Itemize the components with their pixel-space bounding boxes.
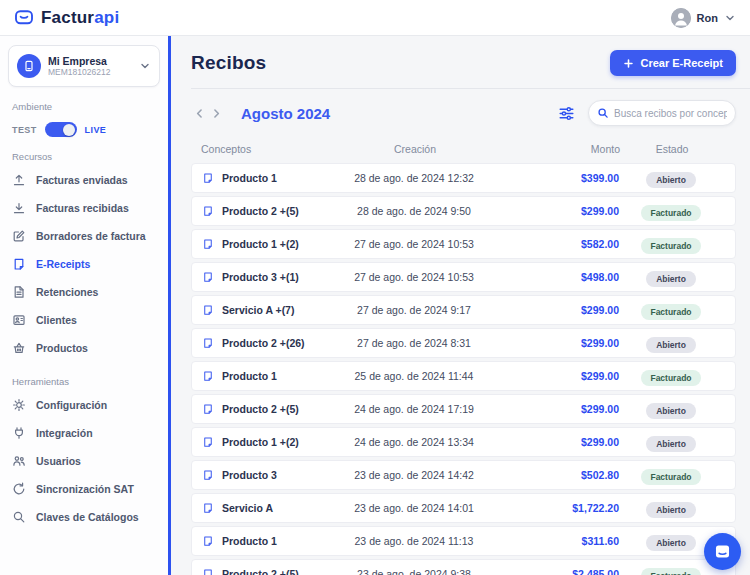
sidebar-item-configuracion[interactable]: Configuración (8, 391, 160, 419)
basket-icon (12, 341, 26, 355)
table-row[interactable]: Producto 3 +(1) 27 de ago. de 2024 10:53… (191, 262, 736, 292)
status-badge: Facturado (641, 568, 700, 575)
user-menu[interactable]: Ron (671, 8, 736, 28)
plus-icon (623, 58, 634, 69)
receipt-icon (202, 436, 214, 448)
header-estado: Estado (620, 143, 724, 155)
table-row[interactable]: Servicio A +(7) 27 de ago. de 2024 9:17 … (191, 295, 736, 325)
status-badge: Facturado (641, 370, 700, 386)
top-bar: Facturapi Ron (0, 0, 750, 36)
search-box (588, 100, 736, 126)
plug-icon (12, 426, 26, 440)
receipt-icon (202, 205, 214, 217)
sync-icon (12, 482, 26, 496)
company-meta: Mi Empresa MEM181026212 (48, 55, 132, 78)
month-label[interactable]: Agosto 2024 (241, 105, 330, 122)
sidebar-item-retenciones[interactable]: Retenciones (8, 278, 160, 306)
table-row[interactable]: Producto 2 +(5) 23 de ago. de 2024 9:38 … (191, 559, 736, 575)
receipts-list: Producto 1 28 de ago. de 2024 12:32 $399… (191, 163, 736, 575)
table-row[interactable]: Producto 1 28 de ago. de 2024 12:32 $399… (191, 163, 736, 193)
row-created: 23 de ago. de 2024 14:01 (309, 502, 519, 514)
user-name: Ron (697, 12, 718, 24)
prev-month-button[interactable] (191, 105, 208, 122)
company-name: Mi Empresa (48, 55, 132, 67)
user-avatar-icon (671, 8, 691, 28)
sidebar-item-usuarios[interactable]: Usuarios (8, 447, 160, 475)
status-badge: Abierto (646, 172, 696, 188)
table-row[interactable]: Producto 3 23 de ago. de 2024 14:42 $502… (191, 460, 736, 490)
row-created: 23 de ago. de 2024 11:13 (309, 535, 519, 547)
next-month-button[interactable] (208, 105, 225, 122)
search-icon (597, 107, 609, 119)
row-amount: $1,722.20 (519, 502, 619, 514)
row-concept: Producto 3 +(1) (222, 271, 299, 283)
environment-toggle[interactable] (45, 122, 77, 137)
header-monto: Monto (520, 143, 620, 155)
brand-name: Facturapi (41, 8, 119, 28)
receipt-icon (202, 271, 214, 283)
row-concept: Producto 2 +(26) (222, 337, 305, 349)
brand-logo[interactable]: Facturapi (14, 8, 119, 28)
chat-launcher-button[interactable] (704, 533, 741, 570)
sidebar-item-productos[interactable]: Productos (8, 334, 160, 362)
sidebar-item-e-receipts[interactable]: E-Receipts (8, 250, 160, 278)
receipt-icon (202, 238, 214, 250)
filter-icon[interactable] (556, 103, 577, 124)
company-selector[interactable]: Mi Empresa MEM181026212 (8, 45, 160, 87)
company-icon (17, 54, 41, 78)
status-badge: Facturado (641, 238, 700, 254)
receipt-icon (202, 502, 214, 514)
sidebar-item-clientes[interactable]: Clientes (8, 306, 160, 334)
create-ereceipt-button[interactable]: Crear E-Receipt (610, 50, 736, 76)
receipt-icon (202, 568, 214, 575)
sidebar-item-borradores-de-factura[interactable]: Borradores de factura (8, 222, 160, 250)
row-created: 27 de ago. de 2024 9:17 (309, 304, 519, 316)
row-created: 23 de ago. de 2024 9:38 (309, 568, 519, 575)
row-amount: $299.00 (519, 403, 619, 415)
receipt-icon (202, 337, 214, 349)
table-row[interactable]: Producto 2 +(5) 28 de ago. de 2024 9:50 … (191, 196, 736, 226)
row-created: 24 de ago. de 2024 13:34 (309, 436, 519, 448)
header-creacion: Creación (310, 143, 520, 155)
table-row[interactable]: Producto 1 23 de ago. de 2024 11:13 $311… (191, 526, 736, 556)
receipt-icon (202, 403, 214, 415)
receipt-icon (202, 370, 214, 382)
status-badge: Abierto (646, 337, 696, 353)
sidebar-item-claves-de-catalogos[interactable]: Claves de Catálogos (8, 503, 160, 531)
row-amount: $502.80 (519, 469, 619, 481)
row-concept: Producto 1 +(2) (222, 436, 299, 448)
search-input[interactable] (614, 108, 727, 119)
section-label-herramientas: Herramientas (12, 376, 156, 387)
divider (191, 88, 750, 89)
sidebar-item-sincronizacion-sat[interactable]: Sincronización SAT (8, 475, 160, 503)
search-icon (12, 510, 26, 524)
row-concept: Producto 1 +(2) (222, 238, 299, 250)
download-icon (12, 201, 26, 215)
company-id: MEM181026212 (48, 67, 132, 78)
table-row[interactable]: Servicio A 23 de ago. de 2024 14:01 $1,7… (191, 493, 736, 523)
status-badge: Abierto (646, 502, 696, 518)
sidebar-item-integracion[interactable]: Integración (8, 419, 160, 447)
contacts-icon (12, 313, 26, 327)
status-badge: Facturado (641, 205, 700, 221)
row-concept: Producto 3 (222, 469, 277, 481)
sidebar-item-facturas-enviadas[interactable]: Facturas enviadas (8, 166, 160, 194)
environment-label: Ambiente (12, 101, 156, 112)
table-header: Conceptos Creación Monto Estado (191, 143, 736, 155)
table-row[interactable]: Producto 1 +(2) 27 de ago. de 2024 10:53… (191, 229, 736, 259)
sidebar-nav: Recursos Facturas enviadas Facturas reci… (8, 151, 160, 531)
status-badge: Facturado (641, 304, 700, 320)
sidebar-item-facturas-recibidas[interactable]: Facturas recibidas (8, 194, 160, 222)
env-live-label: LIVE (85, 125, 107, 135)
table-row[interactable]: Producto 2 +(5) 24 de ago. de 2024 17:19… (191, 394, 736, 424)
row-amount: $299.00 (519, 304, 619, 316)
table-row[interactable]: Producto 1 25 de ago. de 2024 11:44 $299… (191, 361, 736, 391)
table-row[interactable]: Producto 2 +(26) 27 de ago. de 2024 8:31… (191, 328, 736, 358)
row-concept: Producto 1 (222, 535, 277, 547)
row-concept: Producto 1 (222, 172, 277, 184)
receipt-icon (202, 469, 214, 481)
chat-icon (713, 542, 732, 561)
row-created: 25 de ago. de 2024 11:44 (309, 370, 519, 382)
page-title: Recibos (191, 52, 266, 74)
table-row[interactable]: Producto 1 +(2) 24 de ago. de 2024 13:34… (191, 427, 736, 457)
